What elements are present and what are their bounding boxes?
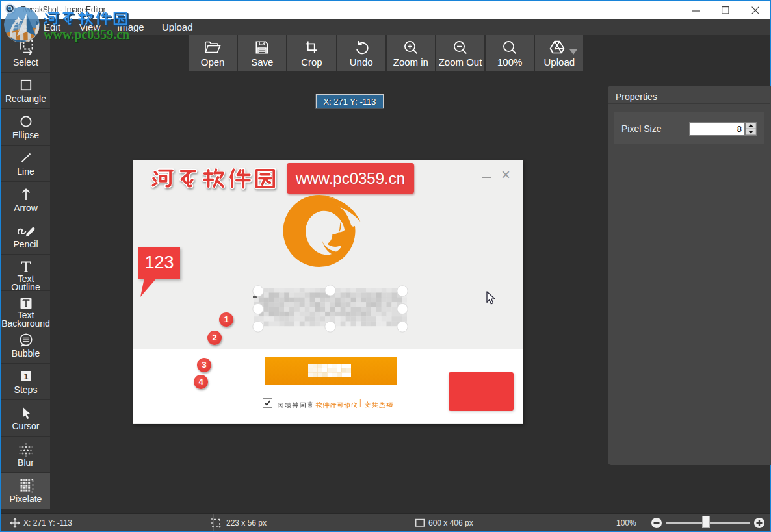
svg-text:1: 1 <box>23 372 28 381</box>
